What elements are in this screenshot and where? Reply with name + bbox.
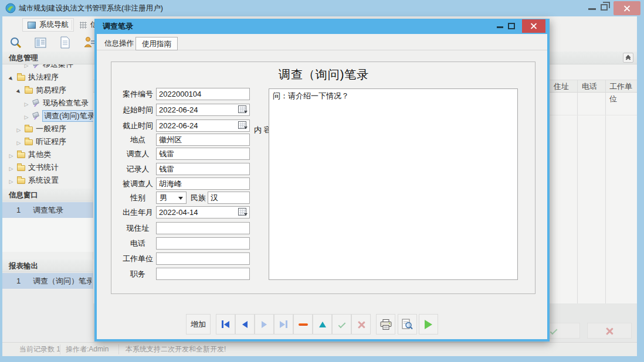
expand-arrow-icon[interactable] [8, 176, 14, 185]
recorder-input[interactable] [156, 163, 250, 175]
record-tool-icon [32, 64, 40, 69]
minimize-button[interactable] [588, 8, 596, 10]
location-input[interactable] [156, 134, 250, 146]
folder-icon [17, 152, 25, 158]
tree-item-hearing-procedure[interactable]: 听证程序 [2, 135, 93, 148]
grid-line [577, 80, 578, 303]
tree-item-document-statistics[interactable]: 文书统计 [2, 161, 93, 174]
navigation-icon [28, 22, 36, 29]
previous-record-button[interactable] [235, 314, 255, 334]
collapse-panel-button[interactable] [623, 53, 633, 63]
form-title: 调查（询问)笔录 [111, 67, 536, 83]
dialog-tab-user-guide[interactable]: 使用指南 [135, 37, 178, 50]
x-icon [606, 327, 613, 334]
list-empty-area [2, 289, 93, 343]
record-count-status: 当前记录数 1 [19, 343, 60, 356]
collapse-arrow-icon[interactable] [8, 73, 14, 82]
section-header-report-output: 报表输出 [2, 259, 93, 272]
end-time-input[interactable] [156, 119, 250, 132]
grid-icon [80, 22, 87, 29]
next-record-button[interactable] [255, 314, 274, 334]
tree-item-other[interactable]: 其他类 [2, 148, 93, 161]
phone-label: 电话 [120, 237, 156, 250]
location-label: 地点 [120, 134, 156, 146]
tree-item-site-inspection-record[interactable]: 现场检查笔录 [2, 97, 93, 110]
interviewee-input[interactable] [156, 177, 250, 190]
search-button[interactable] [7, 35, 25, 50]
section-header-info-management: 信息管理 [2, 52, 93, 64]
expand-arrow-icon[interactable] [23, 112, 29, 121]
end-time-label: 截止时间 [120, 119, 156, 132]
dialog-tab-info-operations[interactable]: 信息操作 [99, 37, 140, 50]
cancel-edit-button[interactable] [351, 314, 371, 334]
expand-arrow-icon[interactable] [23, 64, 29, 69]
document-icon [60, 36, 70, 49]
tree-item-system-settings[interactable]: 系统设置 [2, 174, 93, 187]
play-icon [425, 320, 432, 329]
case-number-input[interactable] [156, 88, 250, 100]
tree-item-simple-procedure[interactable]: 简易程序 [2, 84, 93, 97]
status-message: 本系统支持二次开发和全新开发! [126, 343, 226, 356]
calendar-icon[interactable] [238, 121, 246, 129]
expand-arrow-icon[interactable] [8, 163, 14, 172]
preview-button[interactable] [398, 314, 417, 334]
column-header-address: 住址 [554, 80, 569, 93]
document-button[interactable] [56, 35, 74, 50]
execute-report-button[interactable] [419, 314, 438, 334]
operator-status: 操作者:Admin [66, 343, 109, 356]
start-time-input[interactable] [156, 104, 250, 116]
birthdate-input[interactable] [156, 206, 250, 218]
list-button[interactable] [32, 35, 49, 50]
tree-item-general-procedure[interactable]: 一般程序 [2, 122, 93, 135]
dialog-minimize-button[interactable] [497, 26, 503, 28]
last-record-button[interactable] [274, 314, 293, 334]
post-record-button[interactable] [332, 314, 351, 334]
dialog-maximize-button[interactable] [508, 23, 515, 29]
divider [60, 344, 60, 354]
expand-arrow-icon[interactable] [23, 99, 29, 108]
edit-record-button[interactable] [313, 314, 332, 334]
content-textarea[interactable]: 问：请介绍一下情况？ [269, 88, 518, 280]
dialog-investigation-record: 调查笔录 信息操作 使用指南 调查（询问)笔录 案件编号 起始时间 [94, 19, 550, 341]
report-output-item[interactable]: 1 调查（询问）笔录 [2, 273, 93, 289]
info-window-item[interactable]: 1 调查笔录 [2, 202, 93, 218]
expand-arrow-icon[interactable] [8, 151, 14, 159]
item-label: 调查笔录 [33, 205, 91, 216]
cancel-button[interactable] [587, 323, 632, 339]
collapse-arrow-icon[interactable] [16, 86, 22, 95]
sidebar: 信息管理 移送案件 执法程序 简易程序 现场检查笔录 [2, 52, 93, 343]
close-button[interactable] [614, 1, 640, 15]
recorder-label: 记录人 [120, 163, 156, 175]
address-input[interactable] [156, 222, 250, 234]
calendar-icon[interactable] [238, 105, 246, 113]
phone-input[interactable] [156, 237, 250, 250]
gender-select[interactable]: 男 [156, 192, 187, 204]
delete-record-button[interactable] [293, 314, 313, 334]
preview-icon [402, 319, 413, 330]
position-input[interactable] [156, 268, 250, 280]
ethnicity-input[interactable] [208, 192, 250, 204]
restore-button[interactable] [601, 4, 608, 11]
expand-arrow-icon[interactable] [16, 138, 22, 146]
workunit-input[interactable] [156, 252, 250, 265]
expand-arrow-icon[interactable] [16, 125, 22, 134]
folder-icon [25, 88, 33, 94]
tree-item-transfer-case[interactable]: 移送案件 [2, 64, 93, 71]
tab-system-navigation[interactable]: 系统导航 [22, 18, 74, 32]
triangle-left-icon [242, 321, 248, 328]
dialog-close-button[interactable] [522, 19, 545, 33]
add-button[interactable]: 增加 [186, 314, 211, 334]
divider [118, 344, 119, 354]
calendar-icon[interactable] [238, 208, 246, 216]
workunit-label: 工作单位 [120, 252, 156, 265]
list-icon [34, 37, 47, 49]
ethnicity-label: 民族 [189, 192, 207, 204]
tree-item-investigation-record[interactable]: 调查(询问)笔录 [2, 110, 93, 122]
column-header-workunit: 工作单位 [609, 80, 637, 105]
first-record-button[interactable] [216, 314, 235, 334]
investigator-input[interactable] [156, 148, 250, 160]
print-button[interactable] [376, 314, 395, 334]
folder-icon [25, 139, 33, 145]
tree-item-enforcement-procedure[interactable]: 执法程序 [2, 71, 93, 84]
item-label: 调查（询问）笔录 [33, 276, 91, 286]
